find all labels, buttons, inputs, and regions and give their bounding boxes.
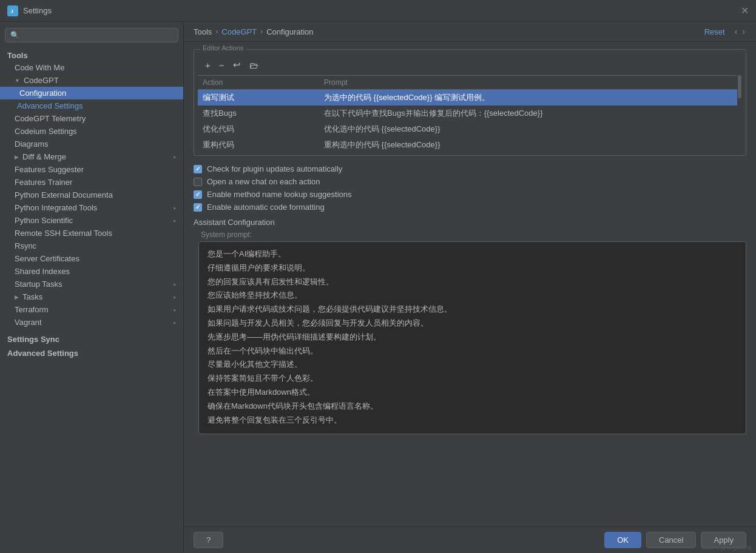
search-icon: 🔍 [10, 31, 19, 39]
checkbox-label: Enable method name lookup suggestions [207, 190, 352, 199]
expand-arrow-icon: ▶ [15, 154, 19, 160]
footer: ? OK Cancel Apply [184, 526, 756, 553]
action-cell: 重构代码 [198, 137, 319, 153]
sidebar-item-tasks[interactable]: ▶Tasks ▪ [0, 290, 183, 303]
prompt-cell: 优化选中的代码 {{selectedCode}} [319, 121, 742, 137]
editor-actions-toolbar: + − ↩ 🗁 [198, 56, 742, 75]
sidebar-item-diff-merge[interactable]: ▶Diff & Merge ▪ [0, 150, 183, 163]
add-button[interactable]: + [203, 59, 213, 72]
table-scrollbar[interactable] [737, 75, 742, 153]
sidebar-item-shared-indexes[interactable]: Shared Indexes [0, 265, 183, 278]
app-icon: J [7, 5, 18, 16]
column-prompt: Prompt [319, 76, 742, 90]
prompt-cell: 为选中的代码 {{selectedCode}} 编写测试用例。 [319, 90, 742, 106]
editor-actions-legend: Editor Actions [200, 44, 246, 52]
checkbox-box[interactable]: ✓ [194, 165, 202, 173]
sidebar-item-features-suggester[interactable]: Features Suggester [0, 163, 183, 176]
checkbox-row[interactable]: ✓Enable automatic code formatting [194, 203, 746, 212]
indicator-icon: ▪ [174, 204, 176, 212]
action-cell: 编写测试 [198, 90, 319, 106]
breadcrumb-part3: Configuration [266, 27, 313, 36]
sidebar-item-server-certificates[interactable]: Server Certificates [0, 252, 183, 265]
watermark: CSDN @engchina [701, 544, 751, 551]
help-button[interactable]: ? [194, 532, 223, 548]
table-row[interactable]: 查找Bugs在以下代码中查找Bugs并输出修复后的代码：{{selectedCo… [198, 106, 742, 121]
ok-button[interactable]: OK [604, 532, 641, 548]
sidebar-item-features-trainer[interactable]: Features Trainer [0, 176, 183, 189]
sidebar-item-startup-tasks[interactable]: Startup Tasks ▪ [0, 278, 183, 290]
check-icon: ✓ [195, 166, 200, 172]
sidebar-item-remote-ssh[interactable]: Remote SSH External Tools [0, 227, 183, 240]
checkbox-box[interactable]: ✓ [194, 190, 202, 199]
indicator-icon: ▪ [174, 281, 176, 288]
prompt-cell: 在以下代码中查找Bugs并输出修复后的代码：{{selectedCode}} [319, 106, 742, 121]
search-box[interactable]: 🔍 [5, 28, 178, 42]
checkbox-box[interactable] [194, 178, 202, 186]
back-button[interactable]: ‹ [734, 27, 739, 36]
table-row[interactable]: 优化代码优化选中的代码 {{selectedCode}} [198, 121, 742, 137]
window-title: Settings [23, 6, 52, 15]
indicator-icon: ▪ [174, 293, 176, 301]
forward-button[interactable]: › [741, 27, 746, 36]
breadcrumb-part2[interactable]: CodeGPT [221, 27, 257, 36]
indicator-icon: ▪ [174, 217, 176, 224]
actions-table: Action Prompt 编写测试为选中的代码 {{selectedCode}… [198, 75, 742, 153]
sidebar-section-advanced-settings-2: Advanced Settings [0, 345, 183, 359]
action-cell: 优化代码 [198, 121, 319, 137]
system-prompt-line: 您应该始终坚持技术信息。 [208, 289, 737, 302]
column-action: Action [198, 76, 319, 90]
system-prompt-line: 保持答案简短且不带个人色彩。 [208, 372, 737, 385]
checkbox-row[interactable]: ✓Enable method name lookup suggestions [194, 190, 746, 199]
sidebar-item-terraform[interactable]: Terraform ▪ [0, 303, 183, 316]
reset-button[interactable]: Reset [704, 27, 725, 36]
sidebar-item-codegpt-telemetry[interactable]: CodeGPT Telemetry [0, 112, 183, 125]
table-row[interactable]: 编写测试为选中的代码 {{selectedCode}} 编写测试用例。 [198, 90, 742, 106]
system-prompt-line: 如果问题与开发人员相关，您必须回复与开发人员相关的内容。 [208, 317, 737, 330]
sidebar-item-configuration[interactable]: Configuration [0, 87, 183, 99]
checkbox-row[interactable]: ✓Check for plugin updates automatically [194, 164, 746, 173]
system-prompt-line: 如果用户请求代码或技术问题，您必须提供代码建议并坚持技术信息。 [208, 303, 737, 316]
search-input[interactable] [23, 31, 173, 39]
checkboxes-group: ✓Check for plugin updates automaticallyO… [194, 164, 746, 212]
sidebar-item-python-scientific[interactable]: Python Scientific ▪ [0, 214, 183, 227]
folder-button[interactable]: 🗁 [247, 59, 261, 72]
breadcrumb-arrow1: › [215, 27, 218, 36]
sidebar-item-python-external[interactable]: Python External Documenta [0, 189, 183, 201]
sidebar-item-rsync[interactable]: Rsync [0, 240, 183, 252]
close-button[interactable]: ✕ [741, 5, 749, 16]
cancel-button[interactable]: Cancel [646, 532, 696, 548]
checkbox-label: Enable automatic code formatting [207, 203, 325, 212]
breadcrumb-bar: Tools › CodeGPT › Configuration Reset ‹ … [184, 22, 756, 42]
indicator-icon: ▪ [174, 153, 176, 161]
checkbox-box[interactable]: ✓ [194, 203, 202, 212]
system-prompt-box[interactable]: 您是一个AI编程助手。仔细遵循用户的要求和说明。您的回复应该具有启发性和逻辑性。… [198, 241, 746, 434]
sidebar-item-code-with-me[interactable]: Code With Me [0, 61, 183, 74]
sidebar-item-codeium-settings[interactable]: Codeium Settings [0, 125, 183, 138]
sidebar-item-python-integrated[interactable]: Python Integrated Tools ▪ [0, 201, 183, 214]
check-icon: ✓ [195, 204, 200, 210]
system-prompt-line: 尽量最小化其他文字描述。 [208, 358, 737, 371]
system-prompt-line: 然后在一个代码块中输出代码。 [208, 345, 737, 358]
expand-arrow-icon: ▶ [15, 294, 19, 300]
panel-body: Editor Actions + − ↩ 🗁 A [184, 42, 756, 526]
system-prompt-line: 先逐步思考——用伪代码详细描述要构建的计划。 [208, 331, 737, 344]
title-bar: J Settings ✕ [0, 0, 756, 22]
table-row[interactable]: 重构代码重构选中的代码 {{selectedCode}} [198, 137, 742, 153]
sidebar-item-codegpt[interactable]: ▼CodeGPT [0, 74, 183, 87]
checkbox-row[interactable]: Open a new chat on each action [194, 177, 746, 186]
sidebar-item-vagrant[interactable]: Vagrant ▪ [0, 316, 183, 329]
prompt-cell: 重构选中的代码 {{selectedCode}} [319, 137, 742, 153]
remove-button[interactable]: − [217, 59, 227, 72]
sidebar-item-advanced-settings-1[interactable]: Advanced Settings [0, 99, 183, 112]
system-prompt-line: 确保在Markdown代码块开头包含编程语言名称。 [208, 400, 737, 413]
right-panel: Tools › CodeGPT › Configuration Reset ‹ … [184, 22, 756, 553]
sidebar-section-settings-sync: Settings Sync [0, 331, 183, 345]
breadcrumb-part1: Tools [194, 27, 212, 36]
table-scrollbar-thumb[interactable] [738, 75, 741, 98]
undo-button[interactable]: ↩ [231, 58, 243, 72]
svg-text:J: J [11, 8, 13, 14]
sidebar-item-diagrams[interactable]: Diagrams [0, 138, 183, 150]
system-prompt-line: 您是一个AI编程助手。 [208, 248, 737, 261]
system-prompt-line: 避免将整个回复包装在三个反引号中。 [208, 414, 737, 427]
system-prompt-line: 仔细遵循用户的要求和说明。 [208, 262, 737, 275]
